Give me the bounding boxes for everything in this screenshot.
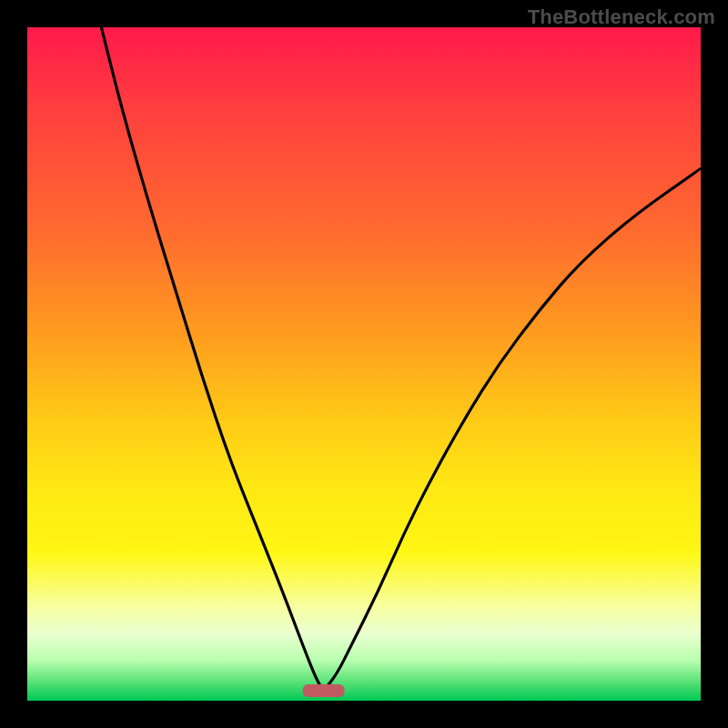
curve-left-branch xyxy=(101,27,323,691)
plot-area xyxy=(27,27,701,701)
chart-svg xyxy=(27,27,701,701)
curve-right-branch xyxy=(324,168,701,691)
watermark-text: TheBottleneck.com xyxy=(528,5,715,29)
minimum-marker xyxy=(303,684,345,697)
chart-frame: TheBottleneck.com xyxy=(0,0,728,728)
